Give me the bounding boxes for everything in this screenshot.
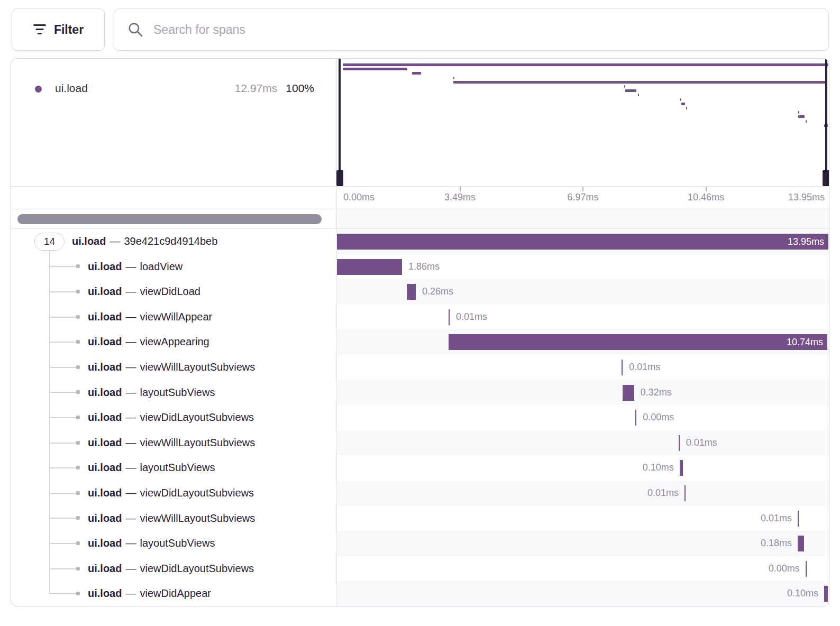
tree-scrollbar-thumb[interactable] bbox=[17, 214, 322, 224]
span-timeline-cell[interactable]: 0.18ms bbox=[336, 531, 829, 556]
span-tree-cell[interactable]: ui.load—viewWillLayoutSubviews bbox=[11, 506, 336, 531]
span-row[interactable]: ui.load—viewDidLayoutSubviews 0.00ms bbox=[11, 405, 829, 430]
span-timeline-cell[interactable]: 10.74ms bbox=[336, 329, 829, 355]
minimap-left-handle-grip[interactable] bbox=[336, 170, 343, 186]
span-timeline-cell[interactable]: 0.01ms bbox=[336, 355, 829, 380]
search-icon bbox=[127, 21, 144, 38]
tree-connector-line bbox=[50, 266, 76, 267]
span-label: ui.load—viewWillLayoutSubviews bbox=[88, 430, 255, 456]
span-tree-cell[interactable]: ui.load—loadView bbox=[11, 254, 336, 280]
tree-connector-line bbox=[50, 417, 76, 418]
span-tree-cell[interactable]: ui.load—viewWillLayoutSubviews bbox=[11, 430, 336, 456]
span-duration-bar[interactable] bbox=[684, 485, 686, 501]
span-duration-label: 0.10ms bbox=[643, 455, 674, 481]
span-duration-bar[interactable] bbox=[407, 284, 416, 300]
span-row[interactable]: ui.load—viewWillLayoutSubviews 0.01ms bbox=[11, 430, 829, 456]
span-row[interactable]: ui.load—39e421c9d4914beb 14 13.95ms bbox=[11, 229, 829, 254]
filter-icon bbox=[33, 23, 47, 36]
span-timeline-cell[interactable]: 0.01ms bbox=[336, 481, 829, 506]
span-duration-label: 1.86ms bbox=[408, 254, 440, 280]
span-duration-bar[interactable] bbox=[635, 410, 636, 426]
span-tree-cell[interactable]: ui.load—viewDidLayoutSubviews bbox=[11, 405, 336, 430]
span-duration-bar[interactable]: 13.95ms bbox=[336, 234, 828, 250]
span-timeline-cell[interactable]: 0.10ms bbox=[336, 581, 829, 606]
span-row[interactable]: ui.load—viewDidLayoutSubviews 0.01ms bbox=[11, 481, 829, 506]
span-label: ui.load—39e421c9d4914beb bbox=[72, 229, 217, 254]
span-timeline-cell[interactable]: 0.01ms bbox=[336, 430, 829, 456]
span-duration-bar[interactable] bbox=[336, 259, 402, 275]
span-tree-cell[interactable]: ui.load—layoutSubViews bbox=[11, 531, 336, 556]
minimap-span-bar bbox=[343, 63, 828, 66]
tree-connector-dot bbox=[76, 264, 80, 268]
minimap-right-handle-grip[interactable] bbox=[823, 170, 829, 186]
span-row[interactable]: ui.load—viewDidLoad 0.26ms bbox=[11, 279, 829, 305]
span-tree-cell[interactable]: ui.load—39e421c9d4914beb 14 bbox=[11, 229, 336, 254]
span-timeline-cell[interactable]: 0.01ms bbox=[336, 506, 829, 531]
span-row[interactable]: ui.load—viewWillLayoutSubviews 0.01ms bbox=[11, 355, 829, 380]
minimap-right-handle[interactable] bbox=[825, 59, 827, 186]
minimap-span-bar bbox=[806, 120, 807, 123]
tree-connector-line bbox=[50, 317, 76, 318]
span-duration-bar[interactable] bbox=[806, 561, 807, 577]
search-input[interactable] bbox=[153, 23, 816, 37]
span-tree-cell[interactable]: ui.load—viewWillAppear bbox=[11, 305, 336, 330]
span-duration-bar[interactable] bbox=[798, 511, 799, 527]
span-row[interactable]: ui.load—layoutSubViews 0.10ms bbox=[11, 455, 829, 481]
span-duration-bar[interactable] bbox=[623, 385, 634, 401]
scrollbar-band bbox=[11, 209, 829, 229]
span-timeline-cell[interactable]: 13.95ms bbox=[336, 229, 829, 254]
children-count-badge[interactable]: 14 bbox=[34, 233, 65, 251]
tree-connector-line bbox=[50, 342, 76, 343]
axis-tick-mark bbox=[706, 187, 707, 191]
tree-connector-dot bbox=[76, 567, 80, 570]
span-tree-cell[interactable]: ui.load—layoutSubViews bbox=[11, 455, 336, 481]
timeline-scroll-track[interactable] bbox=[337, 209, 829, 228]
trace-minimap[interactable] bbox=[337, 59, 829, 186]
span-duration-bar[interactable] bbox=[622, 360, 623, 375]
span-row[interactable]: ui.load—viewAppearing 10.74ms bbox=[11, 329, 829, 355]
span-tree-cell[interactable]: ui.load—viewAppearing bbox=[11, 329, 336, 355]
span-timeline-cell[interactable]: 0.32ms bbox=[336, 380, 829, 406]
span-row[interactable]: ui.load—viewWillAppear 0.01ms bbox=[11, 305, 829, 330]
span-timeline-cell[interactable]: 0.01ms bbox=[336, 305, 829, 330]
span-duration-label: 0.01ms bbox=[629, 355, 660, 380]
tree-scroll-track[interactable] bbox=[11, 209, 336, 228]
span-duration-bar[interactable] bbox=[679, 435, 680, 451]
span-tree-cell[interactable]: ui.load—viewDidLoad bbox=[11, 279, 336, 305]
minimap-span-bar bbox=[638, 94, 639, 96]
span-timeline-cell[interactable]: 1.86ms bbox=[336, 254, 829, 280]
span-row[interactable]: ui.load—viewDidAppear 0.10ms bbox=[11, 581, 829, 606]
tree-connector-dot bbox=[76, 466, 80, 470]
axis-tick-label: 0.00ms bbox=[343, 192, 375, 203]
span-timeline-cell[interactable]: 0.00ms bbox=[336, 405, 829, 430]
span-timeline-cell[interactable]: 0.10ms bbox=[336, 455, 829, 481]
span-duration-bar[interactable] bbox=[824, 586, 828, 602]
span-duration-label: 0.00ms bbox=[769, 556, 800, 582]
span-row[interactable]: ui.load—loadView 1.86ms bbox=[11, 254, 829, 280]
span-tree-cell[interactable]: ui.load—viewWillLayoutSubviews bbox=[11, 355, 336, 380]
panel-divider[interactable] bbox=[336, 59, 337, 606]
span-duration-label: 10.74ms bbox=[449, 334, 827, 350]
span-label: ui.load—viewDidLayoutSubviews bbox=[88, 481, 254, 506]
span-duration-bar[interactable] bbox=[798, 536, 804, 551]
span-row[interactable]: ui.load—viewDidLayoutSubviews 0.00ms bbox=[11, 556, 829, 582]
minimap-left-handle[interactable] bbox=[339, 59, 341, 186]
span-tree-cell[interactable]: ui.load—viewDidLayoutSubviews bbox=[11, 481, 336, 506]
span-row[interactable]: ui.load—layoutSubViews 0.32ms bbox=[11, 380, 829, 406]
span-tree-cell[interactable]: ui.load—layoutSubViews bbox=[11, 380, 336, 406]
span-row[interactable]: ui.load—layoutSubViews 0.18ms bbox=[11, 531, 829, 556]
minimap-span-bar bbox=[624, 85, 625, 88]
tree-connector-line bbox=[50, 568, 76, 569]
span-row[interactable]: ui.load—viewWillLayoutSubviews 0.01ms bbox=[11, 506, 829, 531]
filter-button[interactable]: Filter bbox=[12, 8, 105, 51]
span-duration-label: 0.18ms bbox=[761, 531, 792, 556]
span-duration-bar[interactable] bbox=[449, 309, 450, 325]
span-tree-cell[interactable]: ui.load—viewDidAppear bbox=[11, 581, 336, 606]
span-tree-cell[interactable]: ui.load—viewDidLayoutSubviews bbox=[11, 556, 336, 582]
span-timeline-cell[interactable]: 0.00ms bbox=[336, 556, 829, 582]
tree-connector-dot bbox=[76, 416, 80, 419]
span-search-box[interactable] bbox=[114, 8, 829, 51]
span-duration-bar[interactable]: 10.74ms bbox=[449, 334, 827, 350]
span-timeline-cell[interactable]: 0.26ms bbox=[336, 279, 829, 305]
span-duration-bar[interactable] bbox=[680, 460, 683, 476]
